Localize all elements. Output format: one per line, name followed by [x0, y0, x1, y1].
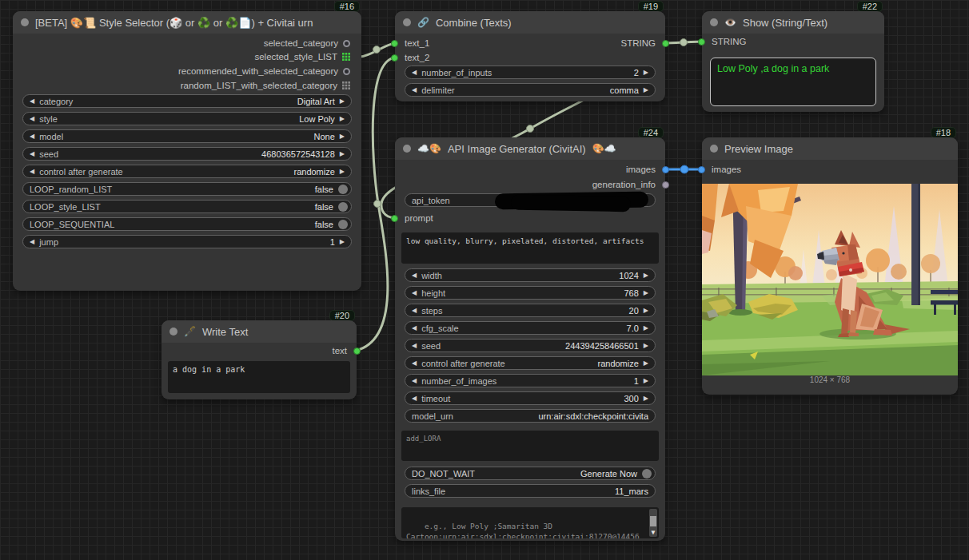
node-title-bar[interactable]: ☁️🎨 API Image Generator (CivitAI) 🎨☁️ — [395, 137, 665, 160]
arrow-left-icon[interactable]: ◀ — [30, 98, 34, 105]
widget-loop-random-list[interactable]: LOOP_random_LIST false — [22, 182, 352, 196]
arrow-right-icon[interactable]: ▶ — [644, 70, 648, 76]
arrow-right-icon[interactable]: ▶ — [644, 308, 648, 314]
widget-steps[interactable]: ◀ steps 20 ▶ — [405, 304, 656, 317]
widget-model[interactable]: ◀ model None ▶ — [22, 129, 352, 143]
arrow-left-icon[interactable]: ◀ — [30, 151, 34, 157]
collapse-dot-icon[interactable] — [710, 145, 718, 153]
output-recommended[interactable]: recommended_with_selected_category — [178, 66, 350, 77]
arrow-right-icon[interactable]: ▶ — [644, 325, 648, 332]
arrow-left-icon[interactable]: ◀ — [412, 325, 417, 332]
widget-number-of-inputs[interactable]: ◀ number_of_inputs 2 ▶ — [405, 66, 656, 79]
node-title-bar[interactable]: [BETA] 🎨📜 Style Selector (🎲 or ♻️ or ♻️📄… — [13, 11, 361, 34]
arrow-left-icon[interactable]: ◀ — [412, 290, 417, 296]
add-lora-area[interactable]: add_LORA — [401, 431, 659, 461]
scrollbar[interactable]: ▼ — [649, 509, 657, 537]
arrow-left-icon[interactable]: ◀ — [30, 169, 34, 175]
widget-loop-style-list[interactable]: LOOP_style_LIST false — [22, 200, 352, 213]
node-combine-texts[interactable]: #19 🔗 Combine (Texts) text_1 text_2 STRI… — [395, 11, 665, 101]
arrow-left-icon[interactable]: ◀ — [412, 308, 417, 314]
arrow-right-icon[interactable]: ▶ — [644, 290, 648, 296]
output-port-text[interactable] — [353, 348, 361, 355]
toggle-knob[interactable] — [338, 202, 348, 212]
widget-control-after-generate[interactable]: ◀ control after generate randomize ▶ — [22, 165, 352, 178]
generated-image[interactable] — [702, 184, 958, 375]
toggle-knob[interactable] — [338, 220, 348, 229]
arrow-right-icon[interactable]: ▶ — [644, 360, 648, 367]
reroute-dot[interactable] — [680, 165, 688, 173]
arrow-right-icon[interactable]: ▶ — [644, 87, 648, 93]
input-port-prompt[interactable] — [391, 215, 398, 222]
widget-timeout[interactable]: ◀ timeout 300 ▶ — [405, 391, 656, 405]
arrow-right-icon[interactable]: ▶ — [644, 343, 648, 349]
reroute-dot[interactable] — [374, 201, 381, 208]
arrow-right-icon[interactable]: ▶ — [644, 395, 648, 402]
widget-links-file[interactable]: links_file 11_mars — [405, 484, 656, 498]
node-title-bar[interactable]: 🖋️ Write Text — [162, 320, 357, 343]
arrow-left-icon[interactable]: ◀ — [412, 343, 417, 349]
widget-api-token[interactable]: api_token — [405, 193, 656, 207]
reroute-dot[interactable] — [680, 39, 688, 46]
collapse-dot-icon[interactable] — [169, 328, 177, 336]
input-port-text1[interactable] — [391, 40, 398, 47]
widget-height[interactable]: ◀ height 768 ▶ — [405, 286, 656, 300]
arrow-right-icon[interactable]: ▶ — [340, 169, 345, 175]
widget-number-of-images[interactable]: ◀ number_of_images 1 ▶ — [405, 374, 656, 387]
output-random-list[interactable]: random_LIST_with_selected_category — [181, 80, 350, 91]
arrow-left-icon[interactable]: ◀ — [412, 360, 417, 367]
node-title-bar[interactable]: 👁️ Show (String/Text) — [702, 11, 884, 34]
graph-canvas[interactable]: { "icons": { "arrow_left": "◀", "arrow_r… — [0, 0, 969, 560]
collapse-dot-icon[interactable] — [403, 18, 411, 26]
input-port-string[interactable] — [698, 38, 705, 46]
widget-model-urn[interactable]: model_urn urn:air:sdxl:checkpoint:civita — [405, 409, 656, 423]
scroll-down-icon[interactable]: ▼ — [649, 529, 657, 537]
output-port-generation-info[interactable] — [662, 181, 669, 189]
toggle-knob[interactable] — [642, 469, 652, 479]
widget-seed[interactable]: ◀ seed 244394258466501 ▶ — [405, 339, 656, 352]
widget-loop-sequential[interactable]: LOOP_SEQUENTIAL false — [22, 217, 352, 231]
node-write-text[interactable]: #20 🖋️ Write Text text a dog in a park — [162, 320, 357, 399]
arrow-left-icon[interactable]: ◀ — [30, 116, 34, 122]
output-port-images[interactable] — [662, 166, 669, 173]
widget-delimiter[interactable]: ◀ delimiter comma ▶ — [405, 83, 656, 97]
arrow-left-icon[interactable]: ◀ — [412, 70, 417, 76]
widget-seed[interactable]: ◀ seed 468036572543128 ▶ — [22, 147, 352, 161]
output-port-string[interactable] — [662, 40, 669, 47]
arrow-right-icon[interactable]: ▶ — [340, 151, 345, 157]
arrow-right-icon[interactable]: ▶ — [644, 272, 648, 279]
arrow-right-icon[interactable]: ▶ — [340, 116, 345, 122]
arrow-right-icon[interactable]: ▶ — [340, 98, 345, 105]
node-preview-image[interactable]: #18 Preview Image images — [702, 137, 958, 395]
arrow-left-icon[interactable]: ◀ — [30, 133, 34, 140]
list-grid-icon[interactable] — [342, 81, 350, 89]
node-style-selector[interactable]: #16 [BETA] 🎨📜 Style Selector (🎲 or ♻️ or… — [13, 11, 361, 291]
negative-prompt-area[interactable]: low quality, blurry, pixelated, distorte… — [401, 232, 659, 264]
text-input-area[interactable]: a dog in a park — [168, 361, 350, 393]
node-api-image-generator[interactable]: #24 ☁️🎨 API Image Generator (CivitAI) 🎨☁… — [395, 137, 665, 541]
scrollbar-thumb[interactable] — [650, 516, 656, 526]
collapse-dot-icon[interactable] — [21, 18, 29, 26]
arrow-left-icon[interactable]: ◀ — [412, 272, 417, 279]
widget-do-not-wait[interactable]: DO_NOT_WAIT Generate Now — [405, 467, 656, 480]
list-grid-icon[interactable] — [342, 53, 350, 61]
collapse-dot-icon[interactable] — [403, 145, 411, 153]
output-port-icon[interactable] — [343, 40, 350, 47]
output-selected-style-list[interactable]: selected_style_LIST — [254, 51, 350, 62]
arrow-left-icon[interactable]: ◀ — [30, 239, 34, 245]
arrow-right-icon[interactable]: ▶ — [340, 133, 345, 140]
toggle-knob[interactable] — [338, 185, 348, 194]
reroute-dot[interactable] — [527, 125, 534, 133]
collapse-dot-icon[interactable] — [710, 18, 718, 26]
widget-style[interactable]: ◀ style Low Poly ▶ — [22, 112, 352, 125]
show-text-display[interactable]: Low Poly ,a dog in a park — [710, 58, 876, 106]
arrow-right-icon[interactable]: ▶ — [644, 378, 648, 384]
reroute-dot[interactable] — [373, 46, 381, 54]
arrow-right-icon[interactable]: ▶ — [340, 239, 345, 245]
node-show-string[interactable]: #22 👁️ Show (String/Text) STRING Low Pol… — [702, 11, 884, 112]
output-port-icon[interactable] — [343, 68, 350, 75]
arrow-left-icon[interactable]: ◀ — [412, 378, 417, 384]
widget-width[interactable]: ◀ width 1024 ▶ — [405, 268, 656, 282]
node-title-bar[interactable]: 🔗 Combine (Texts) — [395, 11, 665, 34]
input-port-text2[interactable] — [391, 54, 398, 62]
node-title-bar[interactable]: Preview Image — [702, 137, 958, 160]
